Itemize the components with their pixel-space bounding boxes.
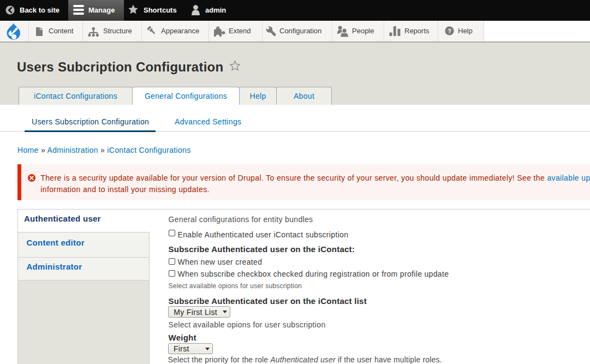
svg-text:?: ?	[448, 28, 451, 34]
